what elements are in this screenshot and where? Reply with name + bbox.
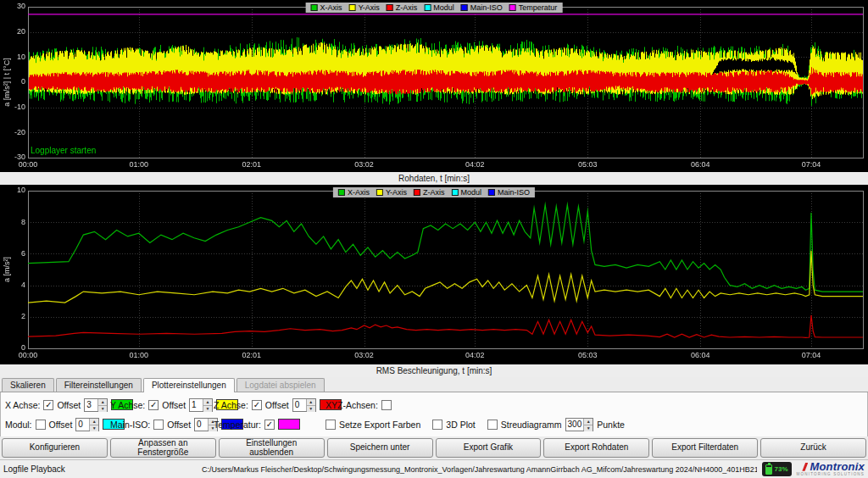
rohdaten-canvas[interactable] [0, 0, 868, 172]
3d-plot-checkbox[interactable] [432, 420, 442, 430]
y-axis-offset-spinner[interactable]: 1▲▼ [189, 398, 213, 412]
temperatur-color-swatch[interactable] [278, 419, 300, 430]
legend-item: X-Axis [308, 3, 346, 12]
legend-item: Modul [448, 188, 486, 197]
main-iso-offset-label: Offset [167, 420, 191, 430]
einstellungen-ausblenden-button[interactable]: Einstellungen ausblenden [219, 438, 325, 458]
legend-item: Y-Axis [373, 188, 410, 197]
legend-color-swatch [376, 189, 383, 196]
export-farben-control: Setze Export Farben [326, 420, 420, 430]
modul-offset-label: Offset [49, 420, 73, 430]
z-axis-offset-label: Offset [265, 400, 289, 410]
legend-item: Temperatur [506, 3, 561, 12]
rohdaten-plot[interactable]: X-AxisY-AxisZ-AxisModulMain-ISOTemperatu… [0, 0, 868, 172]
montronix-logo: Montronix MONITORING SOLUTIONS [797, 461, 865, 477]
action-button-bar: Konfigurieren Anpassen an Fenstergröße E… [0, 436, 868, 459]
export-farben-checkbox[interactable] [326, 420, 336, 430]
legend-color-swatch [387, 4, 393, 11]
plotter-settings-panel: X Achse: Offset 3▲▼ Y Achse: Offset 1▲▼ … [0, 392, 868, 436]
tab-skalieren[interactable]: Skalieren [2, 378, 54, 392]
konfigurieren-button[interactable]: Konfigurieren [2, 438, 108, 458]
legend-color-swatch [509, 4, 516, 11]
export-filterdaten-button[interactable]: Export Filterdaten [652, 438, 758, 458]
xyz-axes-label: XYZ-Achsen: [326, 400, 378, 410]
spin-up-icon[interactable]: ▲ [584, 419, 593, 425]
legend-item: Main-ISO [485, 188, 533, 197]
rms-legend: X-AxisY-AxisZ-AxisModulMain-ISO [333, 187, 535, 197]
rohdaten-legend: X-AxisY-AxisZ-AxisModulMain-ISOTemperatu… [306, 3, 563, 13]
y-axis-control: Y Achse: Offset 1▲▼ [110, 398, 214, 412]
legend-color-swatch [452, 189, 459, 196]
legend-color-swatch [461, 4, 468, 11]
z-axis-label: Z Achse: [214, 400, 248, 410]
legend-color-swatch [488, 189, 495, 196]
z-axis-offset-spinner[interactable]: 0▲▼ [292, 398, 316, 412]
x-axis-offset-label: Offset [57, 400, 81, 410]
modul-label: Modul: [5, 420, 32, 430]
streudiagramm-punkte-label: Punkte [597, 420, 625, 430]
streudiagramm-checkbox[interactable] [487, 420, 498, 430]
legend-item: Z-Axis [383, 3, 421, 12]
speichern-unter-button[interactable]: Speichern unter [327, 438, 433, 458]
logo-accent-icon [802, 463, 808, 471]
3d-plot-label: 3D Plot [446, 420, 475, 430]
z-axis-checkbox[interactable] [252, 400, 262, 410]
legend-item: Main-ISO [458, 3, 506, 12]
main-iso-control: Main-ISO: Offset 0▲▼ [110, 418, 214, 431]
status-right-cluster: 73% Montronix MONITORING SOLUTIONS [762, 461, 865, 477]
xyz-axes-control: XYZ-Achsen: [326, 400, 392, 410]
anpassen-fenstergroesse-button[interactable]: Anpassen an Fenstergröße [110, 438, 216, 458]
legend-color-swatch [414, 189, 420, 196]
main-iso-checkbox[interactable] [153, 420, 164, 430]
spin-down-icon[interactable]: ▼ [307, 406, 315, 412]
main-iso-label: Main-ISO: [110, 420, 150, 430]
spin-down-icon[interactable]: ▼ [584, 425, 593, 431]
y-axis-checkbox[interactable] [148, 400, 159, 410]
temperatur-checkbox[interactable] [264, 420, 275, 430]
streudiagramm-label: Streudiagramm [501, 420, 562, 430]
temperatur-label: Temperatur: [214, 420, 261, 430]
tab-logdatei-abspielen: Logdatei abspielen [236, 378, 325, 392]
spin-down-icon[interactable]: ▼ [203, 406, 212, 412]
spin-down-icon[interactable]: ▼ [98, 406, 107, 412]
axis-settings-row: X Achse: Offset 3▲▼ Y Achse: Offset 1▲▼ … [5, 395, 863, 414]
legend-item: X-Axis [335, 188, 373, 197]
rms-canvas[interactable] [0, 185, 868, 364]
legend-color-swatch [338, 189, 345, 196]
streudiagramm-control: Streudiagramm 300▲▼ Punkte [487, 418, 625, 431]
modul-offset-spinner[interactable]: 0▲▼ [75, 418, 99, 431]
modul-control: Modul: Offset 0▲▼ [5, 418, 110, 431]
modul-checkbox[interactable] [36, 420, 46, 430]
xyz-axes-checkbox[interactable] [381, 400, 392, 410]
3d-plot-control: 3D Plot [432, 420, 475, 430]
tab-bar: Skalieren Filtereinstellungen Plotterein… [0, 377, 868, 392]
status-bar: Logfile Playback C:/Users/Markus Fleisch… [0, 459, 868, 478]
spin-up-icon[interactable]: ▲ [98, 399, 107, 406]
export-rohdaten-button[interactable]: Export Rohdaten [543, 438, 649, 458]
legend-item: Modul [420, 3, 458, 12]
spin-up-icon[interactable]: ▲ [307, 399, 315, 406]
battery-icon [765, 464, 772, 475]
battery-indicator: 73% [762, 462, 792, 476]
zurueck-button[interactable]: Zurück [760, 438, 866, 458]
x-axis-checkbox[interactable] [43, 400, 53, 410]
x-axis-label: X Achse: [5, 400, 40, 410]
export-grafik-button[interactable]: Export Grafik [436, 438, 542, 458]
rms-plot[interactable]: X-AxisY-AxisZ-AxisModulMain-ISO [0, 185, 868, 364]
tab-plottereinstellungen[interactable]: Plottereinstellungen [143, 378, 235, 392]
x-axis-offset-spinner[interactable]: 3▲▼ [84, 398, 108, 412]
spin-down-icon[interactable]: ▼ [90, 425, 98, 431]
status-mode-label: Logfile Playback [3, 464, 197, 474]
legend-item: Z-Axis [410, 188, 448, 197]
rms-axis-title: RMS Beschleunigung, t [min:s] [0, 364, 868, 377]
streudiagramm-punkte-spinner[interactable]: 300▲▼ [565, 418, 594, 431]
extra-settings-row: Modul: Offset 0▲▼ Main-ISO: Offset 0▲▼ T… [5, 414, 863, 434]
spin-up-icon[interactable]: ▲ [203, 399, 212, 406]
z-axis-control: Z Achse: Offset 0▲▼ [214, 398, 314, 412]
x-axis-control: X Achse: Offset 3▲▼ [5, 398, 110, 412]
tab-filtereinstellungen[interactable]: Filtereinstellungen [56, 378, 142, 392]
spin-up-icon[interactable]: ▲ [90, 419, 98, 425]
y-axis-offset-label: Offset [162, 400, 186, 410]
temperatur-control: Temperatur: [214, 419, 314, 430]
legend-color-swatch [349, 4, 356, 11]
